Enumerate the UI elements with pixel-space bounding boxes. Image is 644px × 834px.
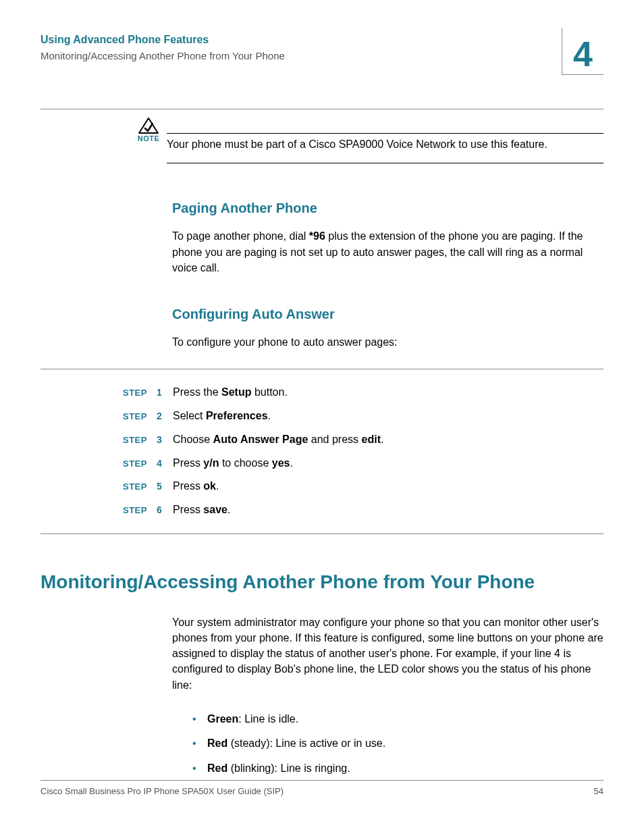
list-item: Red (blinking): Line is ringing. [192, 761, 603, 776]
note-label: NOTE [134, 134, 163, 142]
note-block: NOTE Your phone must be part of a Cisco … [172, 133, 603, 163]
footer-page-number: 54 [594, 786, 603, 796]
header-title: Using Advanced Phone Features [41, 34, 603, 46]
step-text: Press save. [173, 500, 230, 520]
step-number: 4 [157, 455, 173, 472]
paging-body: To page another phone, dial *96 plus the… [172, 228, 603, 276]
step-text: Press the Setup button. [173, 383, 288, 402]
step-number: 5 [157, 478, 173, 495]
heading-config: Configuring Auto Answer [172, 307, 603, 322]
list-item: Green: Line is idle. [192, 712, 603, 727]
header-subtitle: Monitoring/Accessing Another Phone from … [41, 50, 603, 61]
monitoring-body: Your system administrator may configure … [172, 615, 603, 693]
heading-paging: Paging Another Phone [172, 201, 603, 216]
step-text: Choose Auto Answer Page and press edit. [173, 430, 383, 450]
step-text: Press ok. [173, 477, 219, 496]
page-header: Using Advanced Phone Features Monitoring… [41, 34, 603, 109]
config-intro: To configure your phone to auto answer p… [172, 334, 603, 350]
step-row: STEP1Press the Setup button. [123, 383, 603, 402]
chapter-number: 4 [562, 28, 603, 75]
step-row: STEP5Press ok. [123, 477, 603, 496]
step-label: STEP [123, 409, 157, 424]
step-number: 6 [157, 502, 173, 519]
step-number: 1 [157, 384, 173, 401]
step-row: STEP3Choose Auto Answer Page and press e… [123, 430, 603, 450]
steps-block: STEP1Press the Setup button.STEP2Select … [41, 369, 603, 534]
step-row: STEP2Select Preferences. [123, 407, 603, 426]
step-number: 2 [157, 408, 173, 425]
step-row: STEP4Press y/n to choose yes. [123, 454, 603, 473]
note-icon: NOTE [134, 117, 163, 142]
step-text: Press y/n to choose yes. [173, 454, 293, 473]
step-label: STEP [123, 479, 157, 494]
step-number: 3 [157, 432, 173, 448]
page-footer: Cisco Small Business Pro IP Phone SPA50X… [41, 780, 603, 796]
heading-monitoring: Monitoring/Accessing Another Phone from … [41, 571, 603, 593]
bullet-list: Green: Line is idle.Red (steady): Line i… [192, 712, 603, 776]
footer-left: Cisco Small Business Pro IP Phone SPA50X… [41, 786, 284, 796]
step-label: STEP [123, 456, 157, 471]
list-item: Red (steady): Line is active or in use. [192, 736, 603, 751]
step-text: Select Preferences. [173, 407, 271, 426]
step-row: STEP6Press save. [123, 500, 603, 520]
step-label: STEP [123, 432, 157, 448]
step-label: STEP [123, 385, 157, 400]
step-label: STEP [123, 502, 157, 518]
note-text: Your phone must be part of a Cisco SPA90… [167, 137, 603, 163]
